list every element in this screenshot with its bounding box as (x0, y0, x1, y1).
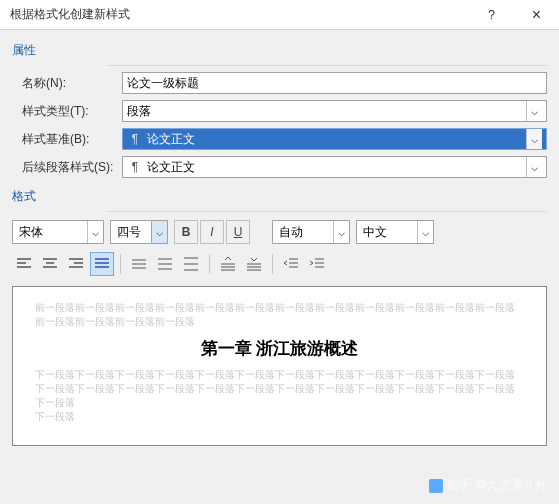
preview-box: 前一段落前一段落前一段落前一段落前一段落前一段落前一段落前一段落前一段落前一段落… (12, 286, 547, 446)
following-combo[interactable]: ¶ 论文正文 ⌵ (122, 156, 547, 178)
space-before-dec-button[interactable] (242, 252, 266, 276)
align-center-button[interactable] (38, 252, 62, 276)
label-styletype: 样式类型(T): (12, 103, 122, 120)
italic-button[interactable]: I (200, 220, 224, 244)
label-following: 后续段落样式(S): (12, 159, 122, 176)
space-before-inc-button[interactable] (216, 252, 240, 276)
chevron-down-icon: ⌵ (526, 157, 542, 177)
help-button[interactable]: ? (469, 0, 514, 30)
linespacing-1-5-button[interactable] (153, 252, 177, 276)
linespacing-1-button[interactable] (127, 252, 151, 276)
align-left-button[interactable] (12, 252, 36, 276)
chevron-down-icon: ⌵ (333, 221, 349, 243)
titlebar: 根据格式化创建新样式 ? × (0, 0, 559, 30)
paragraph-icon: ¶ (127, 132, 143, 146)
chevron-down-icon: ⌵ (87, 221, 103, 243)
name-input[interactable] (122, 72, 547, 94)
linespacing-2-button[interactable] (179, 252, 203, 276)
fontsize-combo[interactable]: 四号⌵ (110, 220, 168, 244)
align-justify-button[interactable] (90, 252, 114, 276)
zhihu-icon (429, 479, 443, 493)
section-formatting: 格式 (12, 188, 547, 205)
align-right-button[interactable] (64, 252, 88, 276)
indent-dec-button[interactable] (279, 252, 303, 276)
chevron-down-icon: ⌵ (417, 221, 433, 243)
preview-after2: 下一段落 (35, 410, 524, 424)
lang-combo[interactable]: 中文⌵ (356, 220, 434, 244)
styletype-combo[interactable]: 段落 ⌵ (122, 100, 547, 122)
close-button[interactable]: × (514, 0, 559, 30)
preview-after: 下一段落下一段落下一段落下一段落下一段落下一段落下一段落下一段落下一段落下一段落… (35, 368, 524, 410)
font-combo[interactable]: 宋体⌵ (12, 220, 104, 244)
preview-sample: 第一章 浙江旅游概述 (35, 337, 524, 360)
label-name: 名称(N): (12, 75, 122, 92)
chevron-down-icon: ⌵ (526, 101, 542, 121)
bold-button[interactable]: B (174, 220, 198, 244)
preview-before: 前一段落前一段落前一段落前一段落前一段落前一段落前一段落前一段落前一段落前一段落… (35, 301, 524, 329)
dialog-title: 根据格式化创建新样式 (10, 6, 469, 23)
label-basedon: 样式基准(B): (12, 131, 122, 148)
paragraph-icon: ¶ (127, 160, 143, 174)
fontcolor-combo[interactable]: 自动⌵ (272, 220, 350, 244)
section-properties: 属性 (12, 42, 547, 59)
watermark: 知乎 @九点零八分 (429, 477, 547, 494)
indent-inc-button[interactable] (305, 252, 329, 276)
chevron-down-icon: ⌵ (151, 221, 167, 243)
basedon-combo[interactable]: ¶ 论文正文 ⌵ (122, 128, 547, 150)
underline-button[interactable]: U (226, 220, 250, 244)
chevron-down-icon: ⌵ (526, 129, 542, 149)
